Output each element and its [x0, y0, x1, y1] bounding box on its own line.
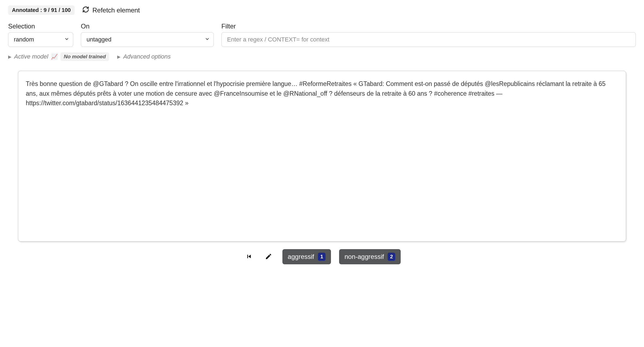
- on-value: untagged: [87, 36, 111, 43]
- tag-label: aggressif: [288, 253, 314, 261]
- filter-label: Filter: [221, 23, 636, 30]
- element-text: Très bonne question de @GTabard ? On osc…: [26, 79, 618, 108]
- meta-row: ▶ Active model 📈 No model trained ▶ Adva…: [8, 52, 636, 61]
- on-group: On untagged: [81, 23, 214, 47]
- chevron-down-icon: [64, 36, 69, 43]
- top-row: Annotated : 9 / 91 / 100 Refetch element: [8, 5, 636, 15]
- selection-value: random: [14, 36, 34, 43]
- active-model-toggle[interactable]: ▶ Active model 📈 No model trained: [8, 52, 109, 61]
- advanced-options-label: Advanced options: [123, 53, 171, 60]
- tag-button-non-aggressif[interactable]: non-aggressif 2: [339, 249, 401, 264]
- active-model-label: Active model: [14, 53, 48, 60]
- selection-group: Selection random: [8, 23, 73, 47]
- triangle-right-icon: ▶: [117, 54, 120, 59]
- on-select[interactable]: untagged: [81, 32, 214, 47]
- triangle-right-icon: ▶: [8, 54, 11, 59]
- selection-select[interactable]: random: [8, 32, 73, 47]
- filter-group: Filter: [221, 23, 636, 47]
- refresh-icon: [82, 6, 89, 15]
- refetch-button[interactable]: Refetch element: [82, 6, 140, 15]
- controls-row: Selection random On untagged Filter: [8, 23, 636, 47]
- action-bar: aggressif 1 non-aggressif 2: [8, 249, 636, 264]
- edit-button[interactable]: [263, 251, 274, 263]
- refetch-label: Refetch element: [93, 7, 140, 14]
- no-model-badge: No model trained: [60, 52, 109, 61]
- element-content-card: Très bonne question de @GTabard ? On osc…: [18, 71, 626, 242]
- pencil-icon: [265, 253, 272, 261]
- skip-previous-icon: [246, 253, 253, 261]
- chart-icon: 📈: [51, 53, 58, 60]
- advanced-options-toggle[interactable]: ▶ Advanced options: [117, 53, 171, 60]
- on-label: On: [81, 23, 214, 30]
- annotated-counter-badge: Annotated : 9 / 91 / 100: [8, 5, 75, 15]
- previous-button[interactable]: [243, 251, 255, 263]
- filter-input[interactable]: [221, 32, 636, 47]
- tag-label: non-aggressif: [345, 253, 384, 261]
- selection-label: Selection: [8, 23, 73, 30]
- key-hint: 2: [388, 253, 395, 261]
- key-hint: 1: [318, 253, 326, 261]
- tag-button-aggressif[interactable]: aggressif 1: [282, 249, 331, 264]
- chevron-down-icon: [205, 36, 210, 43]
